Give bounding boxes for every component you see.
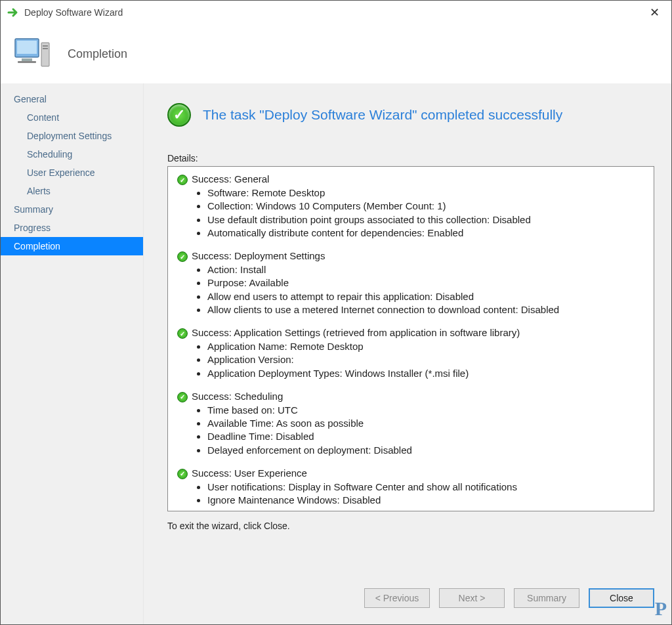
wizard-header: Completion (1, 24, 671, 83)
details-group-list: User notifications: Display in Software … (177, 481, 644, 507)
sidebar-item-summary[interactable]: Summary (1, 200, 143, 219)
details-group: ✓Success: GeneralSoftware: Remote Deskto… (177, 173, 644, 240)
window-title: Deploy Software Wizard (24, 7, 123, 18)
details-item: Automatically distribute content for dep… (207, 226, 644, 240)
exit-hint: To exit the wizard, click Close. (167, 521, 654, 531)
details-group: ✓Success: Deployment SettingsAction: Ins… (177, 250, 644, 316)
success-banner: ✓ The task "Deploy Software Wizard" comp… (167, 103, 654, 127)
details-item: Purpose: Available (207, 276, 644, 290)
details-item: Allow end users to attempt to repair thi… (207, 290, 644, 303)
success-check-icon: ✓ (177, 392, 188, 402)
details-group-head: ✓Success: Application Settings (retrieve… (177, 327, 644, 339)
success-heading: The task "Deploy Software Wizard" comple… (203, 107, 562, 123)
details-group: ✓Success: Application Settings (retrieve… (177, 327, 644, 380)
details-group-title: Success: Deployment Settings (192, 250, 325, 261)
wizard-body: GeneralContentDeployment SettingsSchedul… (1, 83, 671, 625)
sidebar-item-alerts[interactable]: Alerts (1, 182, 143, 200)
wizard-sidebar: GeneralContentDeployment SettingsSchedul… (1, 83, 144, 625)
details-item: Application Deployment Types: Windows In… (207, 367, 644, 380)
details-item: Ignore Maintenance Windows: Disabled (207, 494, 644, 507)
details-item: Use default distribution point groups as… (207, 213, 644, 226)
wizard-buttons: < Previous Next > Summary Close (167, 580, 654, 618)
details-item: Application Version: (207, 353, 644, 366)
details-group: ✓Success: User ExperienceUser notificati… (177, 467, 644, 507)
details-group-list: Software: Remote DesktopCollection: Wind… (177, 186, 644, 240)
details-item: Software: Remote Desktop (207, 186, 644, 200)
next-button: Next > (439, 588, 505, 608)
details-box[interactable]: ✓Success: GeneralSoftware: Remote Deskto… (167, 166, 654, 511)
titlebar: Deploy Software Wizard ✕ (1, 1, 671, 24)
sidebar-item-deployment-settings[interactable]: Deployment Settings (1, 127, 143, 145)
sidebar-item-content[interactable]: Content (1, 108, 143, 127)
details-group-head: ✓Success: User Experience (177, 467, 644, 479)
details-group-head: ✓Success: Scheduling (177, 391, 644, 402)
details-item: Time based on: UTC (207, 404, 644, 417)
details-group-list: Application Name: Remote DesktopApplicat… (177, 340, 644, 380)
details-item: Delayed enforcement on deployment: Disab… (207, 444, 644, 457)
page-title: Completion (68, 47, 127, 61)
details-group-title: Success: Scheduling (192, 391, 283, 402)
wizard-arrow-icon (7, 7, 19, 18)
svg-rect-2 (22, 58, 32, 61)
computer-icon (14, 36, 52, 72)
sidebar-item-general[interactable]: General (1, 90, 143, 108)
details-group-head: ✓Success: General (177, 173, 644, 185)
svg-rect-6 (43, 48, 48, 49)
details-group-title: Success: Application Settings (retrieved… (192, 327, 520, 338)
details-group-head: ✓Success: Deployment Settings (177, 250, 644, 262)
sidebar-item-progress[interactable]: Progress (1, 219, 143, 237)
summary-button: Summary (514, 588, 579, 608)
sidebar-item-user-experience[interactable]: User Experience (1, 163, 143, 182)
details-item: Available Time: As soon as possible (207, 417, 644, 430)
success-check-icon: ✓ (177, 328, 188, 339)
close-button[interactable]: Close (589, 588, 654, 608)
details-item: Deadline Time: Disabled (207, 430, 644, 443)
sidebar-item-scheduling[interactable]: Scheduling (1, 145, 143, 163)
details-group-title: Success: User Experience (192, 467, 307, 479)
window-close-button[interactable]: ✕ (644, 3, 665, 22)
wizard-content: ✓ The task "Deploy Software Wizard" comp… (144, 83, 671, 625)
success-check-icon: ✓ (177, 469, 188, 479)
sidebar-item-completion[interactable]: Completion (1, 237, 143, 255)
details-item: Collection: Windows 10 Computers (Member… (207, 200, 644, 213)
previous-button: < Previous (364, 588, 430, 608)
svg-rect-5 (43, 45, 48, 47)
details-item: User notifications: Display in Software … (207, 481, 644, 494)
svg-rect-1 (17, 41, 37, 54)
svg-rect-3 (18, 61, 36, 63)
details-group-list: Time based on: UTCAvailable Time: As soo… (177, 404, 644, 457)
details-item: Action: Install (207, 263, 644, 276)
details-group-title: Success: General (192, 173, 269, 184)
success-check-icon: ✓ (167, 103, 191, 127)
details-item: Allow clients to use a metered Internet … (207, 303, 644, 316)
details-group: ✓Success: SchedulingTime based on: UTCAv… (177, 391, 644, 457)
success-check-icon: ✓ (177, 175, 188, 185)
details-group-list: Action: InstallPurpose: AvailableAllow e… (177, 263, 644, 316)
details-label: Details: (167, 153, 654, 163)
success-check-icon: ✓ (177, 251, 188, 262)
details-item: Application Name: Remote Desktop (207, 340, 644, 353)
